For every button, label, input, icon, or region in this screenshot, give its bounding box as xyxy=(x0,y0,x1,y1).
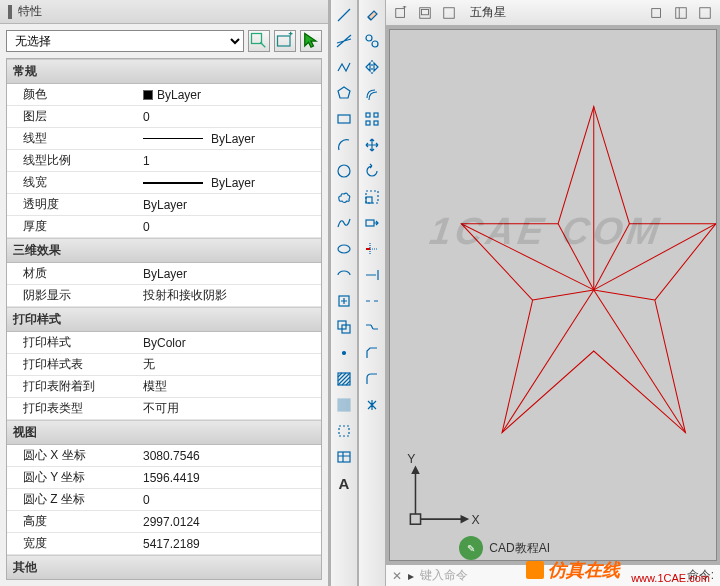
arc-tool-icon[interactable] xyxy=(332,133,356,157)
circle-tool-icon[interactable] xyxy=(332,159,356,183)
prop-height[interactable]: 高度 2997.0124 xyxy=(7,511,321,533)
fillet-tool-icon[interactable] xyxy=(360,367,384,391)
region-tool-icon[interactable] xyxy=(332,419,356,443)
prop-width[interactable]: 宽度 5417.2189 xyxy=(7,533,321,555)
svg-rect-17 xyxy=(374,113,378,117)
prop-material[interactable]: 材质 ByLayer xyxy=(7,263,321,285)
svg-line-35 xyxy=(461,224,593,290)
ucs-icon xyxy=(410,467,467,524)
polyline-tool-icon[interactable] xyxy=(332,55,356,79)
join-tool-icon[interactable] xyxy=(360,315,384,339)
svg-rect-16 xyxy=(366,113,370,117)
selection-row: 无选择 xyxy=(0,24,328,58)
section-3d-effects[interactable]: 三维效果 xyxy=(7,238,321,263)
draw-toolbar: A xyxy=(330,0,358,586)
prop-layer[interactable]: 图层 0 xyxy=(7,106,321,128)
point-tool-icon[interactable] xyxy=(332,341,356,365)
array-tool-icon[interactable] xyxy=(360,107,384,131)
svg-point-9 xyxy=(343,352,346,355)
grip-icon[interactable] xyxy=(8,5,12,19)
move-tool-icon[interactable] xyxy=(360,133,384,157)
rotate-tool-icon[interactable] xyxy=(360,159,384,183)
svg-rect-0 xyxy=(252,34,262,44)
section-misc[interactable]: 其他 xyxy=(7,555,321,580)
prop-plot-tabletype[interactable]: 打印表类型 不可用 xyxy=(7,398,321,420)
prop-linetype[interactable]: 线型 ByLayer xyxy=(7,128,321,150)
svg-rect-18 xyxy=(366,121,370,125)
ellipse-arc-tool-icon[interactable] xyxy=(332,263,356,287)
prop-transparency[interactable]: 透明度 ByLayer xyxy=(7,194,321,216)
tab-new-icon[interactable] xyxy=(392,4,410,22)
prop-center-z[interactable]: 圆心 Z 坐标 0 xyxy=(7,489,321,511)
properties-list: 常规 颜色 ByLayer 图层 0 线型 ByLayer 线型比例 1 线宽 … xyxy=(6,58,322,580)
table-tool-icon[interactable] xyxy=(332,445,356,469)
copy-tool-icon[interactable] xyxy=(360,29,384,53)
svg-rect-19 xyxy=(374,121,378,125)
prop-shadow[interactable]: 阴影显示 投射和接收阴影 xyxy=(7,285,321,307)
drawing-viewport[interactable]: X Y 1CAE COM xyxy=(389,29,717,561)
svg-rect-40 xyxy=(410,514,420,524)
tab-right-icon-1[interactable] xyxy=(648,4,666,22)
svg-marker-42 xyxy=(461,516,467,522)
drawing-tabs: 五角星 xyxy=(386,0,720,26)
tab-menu-icon[interactable] xyxy=(440,4,458,22)
prop-center-x[interactable]: 圆心 X 坐标 3080.7546 xyxy=(7,445,321,467)
explode-tool-icon[interactable] xyxy=(360,393,384,417)
revcloud-tool-icon[interactable] xyxy=(332,185,356,209)
tab-right-icon-3[interactable] xyxy=(696,4,714,22)
prop-plot-attached[interactable]: 打印表附着到 模型 xyxy=(7,376,321,398)
xline-tool-icon[interactable] xyxy=(332,29,356,53)
chamfer-tool-icon[interactable] xyxy=(360,341,384,365)
offset-tool-icon[interactable] xyxy=(360,81,384,105)
section-plot-style[interactable]: 打印样式 xyxy=(7,307,321,332)
tab-right-icon-2[interactable] xyxy=(672,4,690,22)
svg-rect-1 xyxy=(278,36,291,46)
mirror-tool-icon[interactable] xyxy=(360,55,384,79)
scale-tool-icon[interactable] xyxy=(360,185,384,209)
break-tool-icon[interactable] xyxy=(360,289,384,313)
cmd-hint: 键入命令 xyxy=(420,567,468,584)
make-block-tool-icon[interactable] xyxy=(332,315,356,339)
svg-line-37 xyxy=(594,290,655,300)
spline-tool-icon[interactable] xyxy=(332,211,356,235)
selection-dropdown[interactable]: 无选择 xyxy=(6,30,244,52)
polygon-tool-icon[interactable] xyxy=(332,81,356,105)
gradient-tool-icon[interactable] xyxy=(332,393,356,417)
prop-center-y[interactable]: 圆心 Y 坐标 1596.4419 xyxy=(7,467,321,489)
modify-toolbar xyxy=(358,0,386,586)
star-drawing: X Y xyxy=(390,30,716,560)
svg-rect-11 xyxy=(338,399,350,411)
select-objects-button[interactable] xyxy=(300,30,322,52)
svg-point-5 xyxy=(338,245,350,253)
prop-plot-style[interactable]: 打印样式 ByColor xyxy=(7,332,321,354)
drawing-tab-label[interactable]: 五角星 xyxy=(464,4,512,21)
color-swatch-icon xyxy=(143,90,153,100)
section-view[interactable]: 视图 xyxy=(7,420,321,445)
svg-line-38 xyxy=(558,224,594,290)
svg-rect-20 xyxy=(366,197,372,203)
quick-select-button[interactable] xyxy=(248,30,270,52)
tab-layout-icon[interactable] xyxy=(416,4,434,22)
section-general[interactable]: 常规 xyxy=(7,59,321,84)
prop-lineweight[interactable]: 线宽 ByLayer xyxy=(7,172,321,194)
line-tool-icon[interactable] xyxy=(332,3,356,27)
prop-color[interactable]: 颜色 ByLayer xyxy=(7,84,321,106)
prop-plot-table[interactable]: 打印样式表 无 xyxy=(7,354,321,376)
mtext-tool-icon[interactable]: A xyxy=(332,471,356,495)
erase-tool-icon[interactable] xyxy=(360,3,384,27)
insert-block-tool-icon[interactable] xyxy=(332,289,356,313)
prop-ltscale[interactable]: 线型比例 1 xyxy=(7,150,321,172)
svg-line-34 xyxy=(502,290,594,433)
prop-thickness[interactable]: 厚度 0 xyxy=(7,216,321,238)
hatch-tool-icon[interactable] xyxy=(332,367,356,391)
trim-tool-icon[interactable] xyxy=(360,237,384,261)
stretch-tool-icon[interactable] xyxy=(360,211,384,235)
svg-point-4 xyxy=(338,165,350,177)
rectangle-tool-icon[interactable] xyxy=(332,107,356,131)
pickadd-button[interactable] xyxy=(274,30,296,52)
extend-tool-icon[interactable] xyxy=(360,263,384,287)
close-icon[interactable]: ✕ xyxy=(392,569,402,583)
lineweight-preview-icon xyxy=(143,182,203,184)
brand-logo: 仿真在线 www.1CAE.com xyxy=(526,558,620,582)
ellipse-tool-icon[interactable] xyxy=(332,237,356,261)
